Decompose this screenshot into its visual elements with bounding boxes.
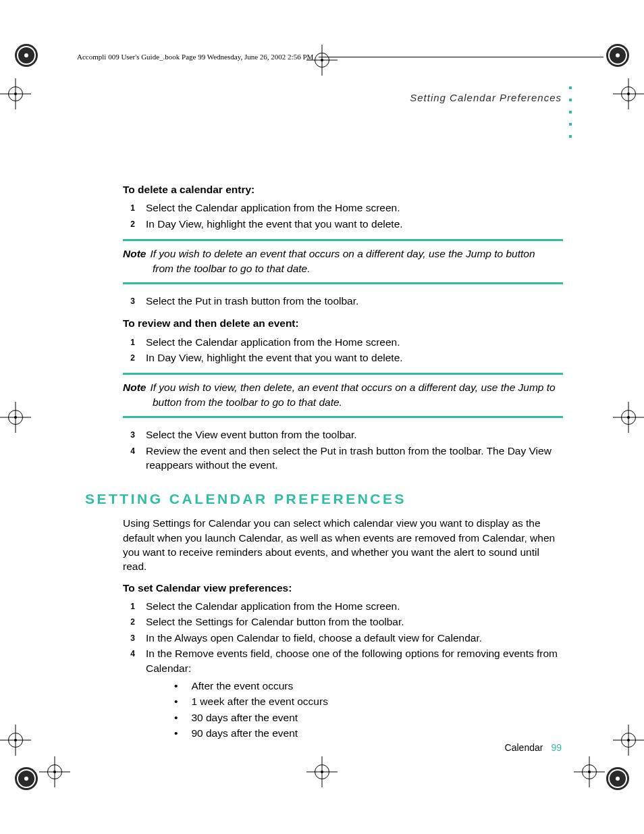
- step-list: 1Select the Calendar application from th…: [123, 599, 563, 741]
- step-item: 3In the Always open Calendar to field, c…: [123, 631, 563, 645]
- bullet-item: •90 days after the event: [146, 725, 563, 741]
- step-number: 2: [123, 350, 135, 365]
- crosshair-icon: [39, 756, 70, 787]
- page-footer: Calendar99: [505, 742, 562, 753]
- note-text: button from the toolbar to go to that da…: [123, 395, 563, 409]
- step-number: 3: [123, 631, 135, 645]
- step-item: 2In Day View, highlight the event that y…: [123, 217, 563, 231]
- crosshair-icon: [0, 402, 31, 433]
- note-text: If you wish to delete an event that occu…: [150, 248, 535, 259]
- step-text: In Day View, highlight the event that yo…: [146, 217, 563, 231]
- step-text: In the Always open Calendar to field, ch…: [146, 631, 563, 645]
- running-head: Setting Calendar Preferences: [410, 92, 562, 103]
- step-text: Select the Calendar application from the…: [146, 201, 563, 215]
- step-item: 3Select the Put in trash button from the…: [123, 294, 563, 308]
- bullet-text: 1 week after the event occurs: [191, 694, 327, 708]
- step-number: 1: [123, 599, 135, 613]
- bullet-item: •30 days after the event: [146, 710, 563, 725]
- step-list: 3Select the Put in trash button from the…: [123, 294, 563, 308]
- crosshair-icon: [613, 725, 644, 756]
- step-number: 1: [123, 201, 135, 215]
- step-item: 4 In the Remove events field, choose one…: [123, 646, 563, 741]
- note-label: Note: [123, 382, 150, 393]
- step-text: In Day View, highlight the event that yo…: [146, 350, 563, 365]
- step-list: 1Select the Calendar application from th…: [123, 201, 563, 231]
- book-header: Accompli 009 User's Guide_.book Page 99 …: [77, 53, 603, 61]
- step-text-inner: In the Remove events field, choose one o…: [146, 648, 558, 673]
- step-text: Review the event and then select the Put…: [146, 444, 563, 473]
- bullet-icon: •: [174, 679, 178, 693]
- step-text: Select the Settings for Calendar button …: [146, 615, 563, 629]
- step-item: 2Select the Settings for Calendar button…: [123, 615, 563, 629]
- bullet-text: 30 days after the event: [191, 710, 298, 725]
- step-text: Select the Put in trash button from the …: [146, 294, 563, 308]
- step-item: 1Select the Calendar application from th…: [123, 335, 563, 349]
- step-list: 3Select the View event button from the t…: [123, 427, 563, 472]
- bullet-text: After the event occurs: [191, 679, 293, 693]
- step-number: 3: [123, 294, 135, 308]
- note-label: Note: [123, 248, 150, 259]
- step-item: 4Review the event and then select the Pu…: [123, 444, 563, 473]
- procedure-heading: To review and then delete an event:: [123, 316, 563, 330]
- page-content: To delete a calendar entry: 1Select the …: [123, 182, 563, 749]
- step-number: 2: [123, 217, 135, 231]
- note-callout: NoteIf you wish to delete an event that …: [123, 239, 563, 284]
- document-page: Accompli 009 User's Guide_.book Page 99 …: [0, 0, 644, 834]
- crosshair-icon: [613, 402, 644, 433]
- book-header-text: Accompli 009 User's Guide_.book Page 99 …: [77, 53, 313, 61]
- bullet-icon: •: [174, 726, 178, 740]
- page-number: 99: [543, 742, 562, 753]
- step-text: Select the Calendar application from the…: [146, 599, 563, 613]
- step-list: 1Select the Calendar application from th…: [123, 335, 563, 365]
- procedure-heading: To set Calendar view preferences:: [123, 581, 563, 595]
- registration-mark-icon: [606, 767, 629, 790]
- bullet-item: •1 week after the event occurs: [146, 694, 563, 709]
- paragraph: Using Settings for Calendar you can sele…: [123, 516, 563, 574]
- step-number: 2: [123, 615, 135, 629]
- step-text: In the Remove events field, choose one o…: [146, 646, 563, 741]
- registration-mark-icon: [15, 767, 38, 790]
- step-number: 1: [123, 335, 135, 349]
- note-text: from the toolbar to go to that date.: [123, 261, 563, 276]
- crosshair-icon: [574, 756, 605, 787]
- step-text: Select the View event button from the to…: [146, 427, 563, 442]
- note-callout: NoteIf you wish to view, then delete, an…: [123, 373, 563, 418]
- crosshair-icon: [306, 756, 338, 787]
- bullet-icon: •: [174, 694, 178, 708]
- bullet-text: 90 days after the event: [191, 726, 298, 740]
- note-text: If you wish to view, then delete, an eve…: [150, 382, 555, 393]
- bullet-icon: •: [174, 710, 178, 725]
- decorative-dots-icon: [569, 86, 572, 138]
- bullet-list: •After the event occurs •1 week after th…: [146, 678, 563, 741]
- step-item: 1Select the Calendar application from th…: [123, 201, 563, 215]
- bullet-item: •After the event occurs: [146, 678, 563, 694]
- step-item: 3Select the View event button from the t…: [123, 427, 563, 442]
- crosshair-icon: [0, 78, 31, 109]
- step-number: 4: [123, 444, 135, 473]
- step-item: 1Select the Calendar application from th…: [123, 599, 563, 613]
- step-number: 3: [123, 427, 135, 442]
- step-item: 2In Day View, highlight the event that y…: [123, 350, 563, 365]
- registration-mark-icon: [15, 44, 38, 67]
- section-heading: SETTING CALENDAR PREFERENCES: [85, 490, 563, 509]
- step-number: 4: [123, 646, 135, 741]
- registration-mark-icon: [606, 44, 629, 67]
- crosshair-icon: [613, 78, 644, 109]
- chapter-label: Calendar: [505, 742, 543, 753]
- step-text: Select the Calendar application from the…: [146, 335, 563, 349]
- header-rule: [319, 57, 603, 57]
- procedure-heading: To delete a calendar entry:: [123, 182, 563, 197]
- crosshair-icon: [0, 725, 31, 756]
